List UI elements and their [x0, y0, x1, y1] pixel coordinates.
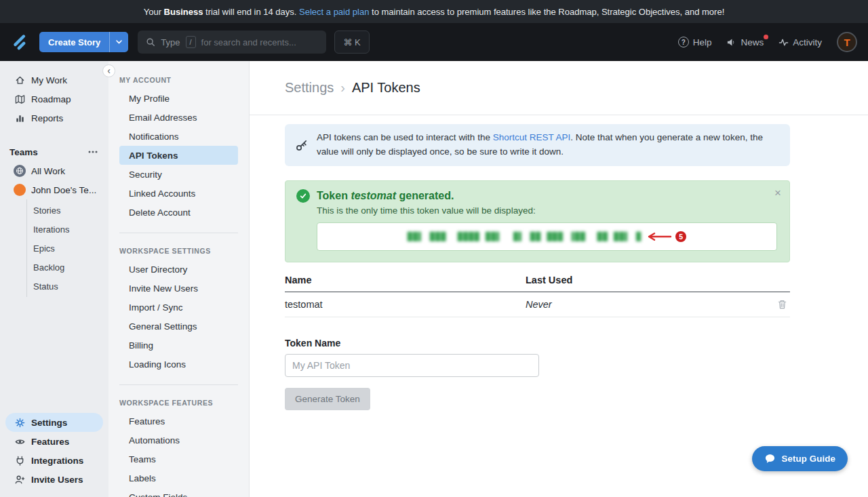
sidebar-item-backlog[interactable]: Backlog [27, 258, 108, 277]
main-panel: Settings › API Tokens API tokens can be … [250, 61, 868, 497]
search-placeholder-word: Type [161, 37, 180, 47]
search-input[interactable]: Type / for search and recents... [138, 31, 326, 54]
nav-item-teams[interactable]: Teams [119, 450, 238, 469]
nav-item-billing[interactable]: Billing [119, 336, 238, 355]
nav-item-import-sync[interactable]: Import / Sync [119, 298, 238, 317]
nav-item-custom-fields[interactable]: Custom Fields [119, 488, 238, 497]
sidebar: My Work Roadmap Reports Teams [0, 61, 108, 497]
nav-item-delete-account[interactable]: Delete Account [119, 203, 238, 222]
sidebar-item-status[interactable]: Status [27, 277, 108, 296]
nav-item-loading-icons[interactable]: Loading Icons [119, 355, 238, 374]
nav-item-general-settings[interactable]: General Settings [119, 317, 238, 336]
info-text: API tokens can be used to interact with … [317, 131, 779, 159]
create-story-label: Create Story [39, 32, 109, 52]
activity-button[interactable]: Activity [778, 37, 822, 47]
select-paid-plan-link[interactable]: Select a paid plan [299, 7, 369, 17]
subnav-label: Stories [33, 205, 60, 216]
teams-section-header: Teams [0, 142, 108, 161]
globe-icon [14, 165, 26, 177]
nav-label: Notifications [129, 132, 179, 142]
topbar-right-group: ? Help News Activity T [678, 32, 857, 52]
nav-label: Custom Fields [129, 492, 187, 497]
news-label: News [741, 37, 764, 47]
token-name-input[interactable] [285, 354, 539, 377]
setup-guide-button[interactable]: Setup Guide [752, 446, 848, 471]
nav-label: User Directory [129, 264, 187, 275]
trial-text-suffix: to maintain access to premium features l… [369, 7, 724, 17]
teams-overflow-menu-icon[interactable] [88, 151, 98, 153]
nav-label: Billing [129, 340, 153, 351]
bottom-label: Settings [31, 418, 67, 428]
team-avatar [14, 184, 26, 196]
news-button[interactable]: News [726, 37, 764, 47]
sidebar-item-integrations[interactable]: Integrations [5, 451, 103, 470]
nav-item-api-tokens[interactable]: API Tokens [119, 146, 238, 165]
nav-divider [119, 384, 238, 385]
breadcrumb-settings-link[interactable]: Settings [285, 80, 334, 96]
nav-label: Email Addresses [129, 113, 197, 123]
setup-guide-label: Setup Guide [781, 454, 835, 464]
nav-item-features[interactable]: Features [119, 412, 238, 431]
trial-text-prefix: Your [144, 7, 164, 17]
sidebar-item-settings[interactable]: Settings [5, 413, 103, 432]
sidebar-item-reports[interactable]: Reports [0, 108, 108, 127]
annotation-arrow-icon [645, 232, 672, 241]
person-plus-icon [15, 475, 25, 485]
help-button[interactable]: ? Help [678, 37, 712, 47]
nav-divider [119, 233, 238, 233]
nav-item-email-addresses[interactable]: Email Addresses [119, 108, 238, 127]
info-text-pre: API tokens can be used to interact with … [317, 132, 493, 142]
sidebar-item-iterations[interactable]: Iterations [27, 220, 108, 239]
close-icon[interactable]: × [774, 187, 781, 199]
sidebar-item-features[interactable]: Features [5, 432, 103, 451]
nav-item-labels[interactable]: Labels [119, 469, 238, 488]
nav-label: Teams [129, 454, 156, 464]
table-row: testomat Never [285, 292, 790, 317]
cmd-k-shortcut-badge[interactable]: ⌘ K [334, 31, 369, 54]
sidebar-item-all-work[interactable]: All Work [0, 161, 108, 180]
shortcut-logo-icon[interactable] [11, 32, 31, 52]
alert-title: Token testomat generated. [317, 190, 454, 202]
nav-label: Automations [129, 435, 180, 445]
help-label: Help [693, 37, 712, 47]
bottom-label: Integrations [31, 456, 83, 466]
news-notification-dot [764, 35, 768, 39]
token-value-box: ██▌ ███ ████ ██▌ █▌ ██ ███ ▐██ ██ ██▌ █ … [317, 222, 777, 251]
sidebar-label: Reports [31, 113, 63, 123]
search-icon [146, 37, 155, 47]
create-story-caret-button[interactable] [110, 32, 128, 52]
eye-icon [15, 437, 25, 447]
nav-label: Import / Sync [129, 302, 183, 313]
nav-label: Invite New Users [129, 283, 198, 294]
sidebar-item-john-does-team[interactable]: John Doe's Te... [0, 180, 108, 199]
nav-item-security[interactable]: Security [119, 165, 238, 184]
user-avatar[interactable]: T [837, 32, 857, 52]
token-row-last-used: Never [526, 299, 552, 310]
trash-icon[interactable] [777, 299, 787, 310]
nav-label: Features [129, 416, 165, 426]
create-story-button[interactable]: Create Story [39, 32, 128, 52]
nav-item-my-profile[interactable]: My Profile [119, 89, 238, 108]
slash-key-badge: / [186, 36, 196, 48]
generate-token-button[interactable]: Generate Token [285, 388, 370, 410]
nav-item-invite-new-users[interactable]: Invite New Users [119, 279, 238, 298]
nav-label: API Tokens [129, 151, 178, 161]
sidebar-item-roadmap[interactable]: Roadmap [0, 90, 108, 108]
trial-plan-name: Business [164, 7, 203, 17]
nav-item-linked-accounts[interactable]: Linked Accounts [119, 184, 238, 203]
sidebar-item-epics[interactable]: Epics [27, 239, 108, 258]
nav-item-notifications[interactable]: Notifications [119, 127, 238, 146]
sidebar-item-stories[interactable]: Stories [27, 201, 108, 220]
bottom-label: Invite Users [31, 475, 83, 485]
sidebar-item-invite-users[interactable]: Invite Users [5, 470, 103, 489]
nav-item-automations[interactable]: Automations [119, 431, 238, 450]
shortcut-rest-api-link[interactable]: Shortcut REST API [493, 132, 571, 142]
sidebar-item-my-work[interactable]: My Work [0, 71, 108, 90]
table-header-row: Name Last Used [285, 275, 790, 292]
sidebar-collapse-button[interactable]: ‹ [102, 64, 115, 77]
annotation-step-badge: 5 [675, 231, 686, 242]
map-icon [15, 94, 25, 104]
topbar: Create Story Type / for search and recen… [0, 23, 868, 61]
megaphone-icon [726, 37, 736, 47]
nav-item-user-directory[interactable]: User Directory [119, 260, 238, 279]
